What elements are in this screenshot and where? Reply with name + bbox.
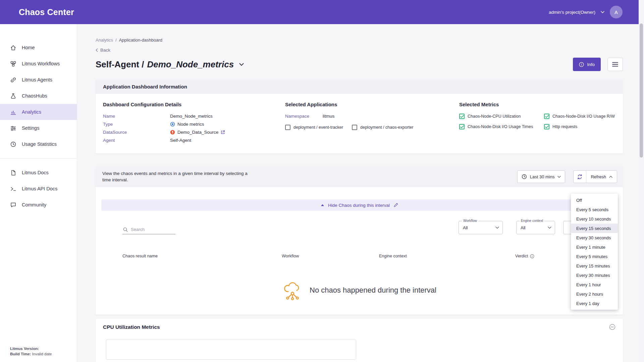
dashboard-config-column: Dashboard Configuration Details Name Dem… — [103, 102, 285, 143]
sidebar-item-label: Litmus Agents — [22, 77, 52, 82]
breadcrumb-current: Application-dashboard — [119, 38, 162, 43]
collapse-minus-icon[interactable] — [609, 324, 615, 330]
workflow-filter-label: Workflow — [462, 219, 478, 223]
hide-chaos-label: Hide Chaos during this interval — [328, 203, 390, 208]
external-link-icon[interactable] — [221, 130, 225, 134]
project-selector-label[interactable]: admin's project(Owner) — [549, 10, 595, 15]
edit-pencil-icon[interactable] — [393, 203, 398, 207]
breadcrumb-separator: / — [115, 38, 117, 43]
user-avatar[interactable]: A — [610, 6, 623, 18]
menu-item-every-30-seconds[interactable]: Every 30 seconds — [571, 233, 618, 242]
menu-item-every-1-day[interactable]: Every 1 day — [571, 299, 618, 308]
sidebar-item-chaoshubs[interactable]: ChaosHubs — [0, 88, 77, 104]
menu-item-every-15-seconds[interactable]: Every 15 seconds — [571, 224, 618, 233]
sidebar-item-litmus-agents[interactable]: Litmus Agents — [0, 72, 77, 88]
project-chevron-down-icon[interactable] — [601, 11, 604, 13]
refresh-dropdown-button[interactable]: Refresh — [586, 171, 617, 183]
checkbox-checked-icon[interactable] — [544, 124, 549, 129]
refresh-icon[interactable] — [574, 171, 586, 183]
search-box — [122, 225, 175, 234]
page-title: Self-Agent / Demo_Node_metrics — [96, 59, 234, 70]
engine-context-filter-label: Engine context — [520, 219, 544, 223]
column-verdict: Verdict — [515, 254, 528, 258]
sidebar-item-usage-statistics[interactable]: Usage Statistics — [0, 136, 77, 152]
config-column-title: Dashboard Configuration Details — [103, 102, 285, 107]
info-button[interactable]: Info — [573, 58, 601, 71]
interval-strip: View the chaos events and metrics in a g… — [96, 166, 623, 187]
dashboard-switcher-chevron-down-icon[interactable] — [239, 63, 244, 66]
back-button[interactable]: Back — [96, 48, 110, 53]
config-row-label: Agent — [103, 138, 170, 143]
empty-state: No chaos happened during the interval — [96, 280, 623, 301]
interval-description: View the chaos events and metrics in a g… — [102, 170, 252, 183]
scrollbar-thumb[interactable] — [640, 23, 643, 158]
chevron-up-icon — [609, 176, 612, 178]
flask-icon — [10, 93, 16, 99]
column-workflow: Workflow — [282, 254, 379, 258]
checkbox-checked-icon[interactable] — [544, 114, 549, 119]
sidebar-item-label: Usage Statistics — [22, 141, 57, 147]
document-icon — [10, 170, 16, 176]
menu-item-every-5-seconds[interactable]: Every 5 seconds — [571, 205, 618, 214]
menu-item-every-5-minutes[interactable]: Every 5 minutes — [571, 252, 618, 261]
sidebar-footer: Litmus Version: Build Time: Invalid date — [10, 346, 52, 357]
config-row-value: Node metrics — [170, 122, 285, 127]
engine-context-filter-select[interactable]: Engine context All — [516, 221, 555, 234]
selected-applications-column: Selected Applications Namespace litmus d… — [285, 102, 459, 143]
vertical-scrollbar[interactable] — [639, 0, 644, 362]
prometheus-icon — [170, 130, 175, 135]
agent-name: Self-Agent / — [96, 59, 144, 70]
metric-checkbox[interactable]: Chaos-Node-Disk I/O Usage R/W — [544, 114, 615, 119]
menu-item-off[interactable]: Off — [571, 195, 618, 205]
menu-item-every-10-seconds[interactable]: Every 10 seconds — [571, 214, 618, 224]
sidebar-item-settings[interactable]: Settings — [0, 120, 77, 136]
cloud-network-icon — [282, 280, 303, 301]
refresh-control[interactable]: Refresh — [573, 170, 617, 183]
link-icon — [10, 77, 16, 83]
sidebar-item-community[interactable]: Community — [0, 197, 77, 213]
usage-clock-icon — [10, 141, 16, 147]
chaos-center-app: Chaos Center admin's project(Owner) A Ho… — [0, 0, 644, 362]
time-range-select[interactable]: Last 30 mins — [517, 170, 566, 183]
sidebar-item-litmus-docs[interactable]: Litmus Docs — [0, 165, 77, 181]
datasource-link[interactable]: Demo_Data_Source — [177, 130, 218, 135]
sidebar-item-litmus-workflows[interactable]: Litmus Workflows — [0, 56, 77, 72]
sidebar-item-label: Home — [22, 45, 35, 50]
metric-checkbox[interactable]: Http requests — [544, 124, 615, 129]
workflow-filter-select[interactable]: Workflow All — [459, 221, 503, 234]
verdict-info-icon[interactable] — [530, 254, 534, 258]
metric-checkbox[interactable]: Chaos-Node-Disk I/O Usage Times — [459, 124, 544, 129]
menu-item-every-2-hours[interactable]: Every 2 hours — [571, 289, 618, 299]
checkbox-unchecked-icon[interactable] — [285, 125, 290, 130]
namespace-label: Namespace — [285, 114, 309, 119]
sidebar-item-label: Litmus Workflows — [22, 61, 60, 66]
top-bar: Chaos Center admin's project(Owner) A — [0, 0, 644, 24]
chevron-left-icon — [96, 48, 98, 52]
dashboard-name: Demo_Node_metrics — [147, 59, 234, 70]
litmus-version-label: Litmus Version: — [10, 347, 39, 351]
menu-item-every-1-hour[interactable]: Every 1 hour — [571, 280, 618, 289]
app-checkbox-event-tracker[interactable]: deployment / event-tracker — [285, 125, 343, 130]
checkbox-checked-icon[interactable] — [459, 124, 465, 129]
time-range-value: Last 30 mins — [530, 174, 555, 179]
chaos-interval-card: View the chaos events and metrics in a g… — [96, 166, 623, 315]
app-checkbox-chaos-exporter[interactable]: deployment / chaos-exporter — [352, 125, 413, 130]
workflows-icon — [10, 61, 16, 67]
search-input[interactable] — [131, 227, 175, 232]
sidebar-item-analytics[interactable]: Analytics — [0, 104, 77, 120]
chevron-down-icon — [557, 176, 561, 178]
cpu-metrics-title: CPU Utilization Metrics — [103, 324, 160, 330]
menu-item-every-1-minute[interactable]: Every 1 minute — [571, 242, 618, 252]
sidebar-item-litmus-api-docs[interactable]: Litmus API Docs — [0, 181, 77, 197]
checkbox-unchecked-icon[interactable] — [352, 125, 357, 130]
menu-item-every-15-minutes[interactable]: Every 15 minutes — [571, 261, 618, 270]
breadcrumb-analytics[interactable]: Analytics — [96, 38, 113, 43]
config-row-value: Demo_Node_metrics — [170, 114, 285, 119]
metric-checkbox[interactable]: Chaos-Node-CPU Utilization — [459, 114, 544, 119]
menu-item-every-30-minutes[interactable]: Every 30 minutes — [571, 270, 618, 280]
hide-chaos-toggle[interactable]: Hide Chaos during this interval — [101, 199, 618, 211]
dashboard-options-button[interactable] — [607, 58, 623, 71]
breadcrumb: Analytics / Application-dashboard — [96, 38, 623, 43]
checkbox-checked-icon[interactable] — [459, 114, 465, 119]
sidebar-item-home[interactable]: Home — [0, 40, 77, 56]
